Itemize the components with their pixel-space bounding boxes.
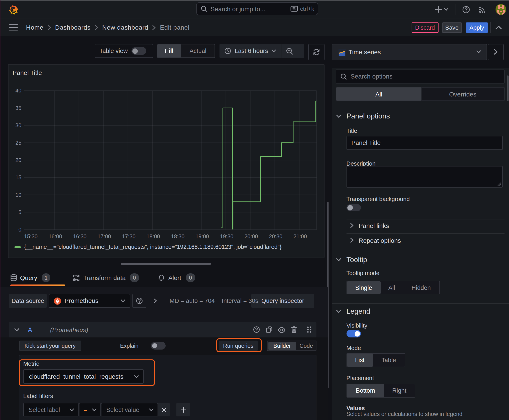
svg-text:10: 10: [15, 192, 22, 198]
svg-text:19:30: 19:30: [220, 233, 233, 239]
svg-text:16:00: 16:00: [48, 233, 62, 239]
svg-text:5: 5: [18, 209, 21, 215]
svg-text:{__name__="cloudflared_tunnel_: {__name__="cloudflared_tunnel_total_requ…: [24, 244, 282, 250]
svg-text:19:00: 19:00: [196, 233, 209, 239]
svg-text:16:30: 16:30: [73, 233, 87, 239]
svg-text:20: 20: [15, 157, 22, 163]
svg-text:25: 25: [15, 140, 22, 146]
svg-text:21:00: 21:00: [293, 233, 307, 239]
svg-text:18:00: 18:00: [146, 233, 160, 239]
svg-text:17:30: 17:30: [122, 233, 136, 239]
svg-text:30: 30: [15, 122, 22, 128]
svg-text:18:30: 18:30: [171, 233, 184, 239]
svg-text:15:30: 15:30: [24, 233, 38, 239]
svg-text:20:00: 20:00: [244, 233, 258, 239]
svg-text:35: 35: [15, 105, 22, 111]
svg-text:0: 0: [18, 227, 21, 233]
svg-text:17:00: 17:00: [98, 233, 111, 239]
svg-text:15: 15: [15, 174, 22, 180]
svg-text:20:30: 20:30: [269, 233, 282, 239]
svg-text:40: 40: [15, 88, 22, 94]
